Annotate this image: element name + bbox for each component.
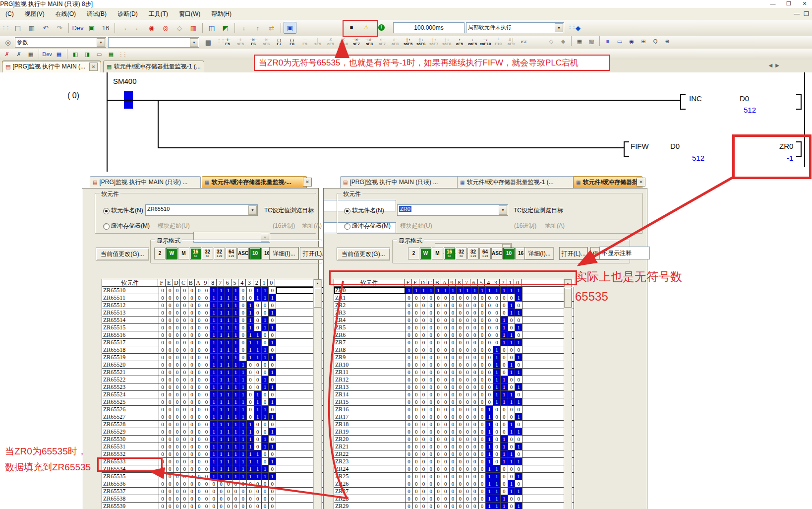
bit-cell[interactable]: 0 xyxy=(457,383,464,391)
bit-cell[interactable]: 1 xyxy=(269,309,276,317)
bit-cell[interactable]: 0 xyxy=(159,354,167,361)
bit-cell[interactable]: 1 xyxy=(493,488,501,495)
bit-cell[interactable]: 0 xyxy=(247,294,254,302)
device-cell[interactable]: ZR2 xyxy=(334,302,406,309)
bit-cell[interactable]: 0 xyxy=(479,346,486,354)
bit-cell[interactable]: 0 xyxy=(174,354,181,361)
bit-cell[interactable]: 1 xyxy=(508,309,516,317)
bit-cell[interactable]: 1 xyxy=(247,421,254,428)
paste-icon[interactable]: ▥ xyxy=(25,22,38,34)
bit-cell[interactable]: 0 xyxy=(508,443,516,450)
bit-cell[interactable]: 0 xyxy=(493,331,501,339)
format-16-bit-button[interactable]: 16bit xyxy=(190,248,201,259)
bit-cell[interactable]: 0 xyxy=(262,421,269,428)
bit-cell[interactable]: 0 xyxy=(413,317,420,324)
monitor-mode-icon[interactable]: ▣ xyxy=(284,22,296,34)
bit-cell[interactable]: 1 xyxy=(501,458,508,465)
bit-cell[interactable]: 1 xyxy=(269,369,276,376)
bit-cell[interactable]: 1 xyxy=(515,428,522,436)
bit-cell[interactable]: 0 xyxy=(501,346,508,354)
bit-cell[interactable]: 1 xyxy=(486,465,493,473)
bit-cell[interactable]: 1 xyxy=(225,465,232,473)
bit-cell[interactable]: 0 xyxy=(457,495,464,503)
bit-cell[interactable]: 1 xyxy=(210,443,218,450)
bit-cell[interactable]: 0 xyxy=(471,503,479,509)
device-cell[interactable]: ZR22 xyxy=(334,450,406,458)
bit-cell[interactable]: 1 xyxy=(486,413,493,421)
bit-cell[interactable]: 1 xyxy=(232,398,240,406)
bit-cell[interactable]: 1 xyxy=(232,354,240,361)
bit-cell[interactable]: 0 xyxy=(457,443,464,450)
bit-cell[interactable]: 1 xyxy=(239,376,247,383)
bit-cell[interactable]: 1 xyxy=(493,480,501,488)
bit-cell[interactable]: 0 xyxy=(457,302,464,309)
bit-cell[interactable]: 1 xyxy=(427,287,435,294)
format-m-button[interactable]: M xyxy=(178,248,189,259)
bit-cell[interactable]: 1 xyxy=(225,309,232,317)
bit-cell[interactable]: 0 xyxy=(420,302,428,309)
bit-cell[interactable]: 0 xyxy=(247,488,254,495)
bit-cell[interactable]: 0 xyxy=(406,488,413,495)
bit-cell[interactable]: 0 xyxy=(442,376,450,383)
bit-cell[interactable]: 1 xyxy=(515,287,522,294)
bit-cell[interactable]: 1 xyxy=(501,383,508,391)
bit-cell[interactable]: 1 xyxy=(508,302,516,309)
bit-cell[interactable]: 1 xyxy=(239,421,247,428)
bit-cell[interactable]: 0 xyxy=(262,302,269,309)
bit-cell[interactable]: 0 xyxy=(442,302,450,309)
bit-cell[interactable]: 0 xyxy=(427,369,435,376)
format-64-1.23-button[interactable]: 641.23 xyxy=(226,248,237,259)
bit-cell[interactable]: 0 xyxy=(203,309,211,317)
bit-cell[interactable]: 0 xyxy=(174,465,181,473)
bit-cell[interactable]: 0 xyxy=(167,309,174,317)
bit-cell[interactable]: 0 xyxy=(493,324,501,331)
bit-cell[interactable]: 0 xyxy=(427,480,435,488)
bit-cell[interactable]: 0 xyxy=(435,369,442,376)
device-cell[interactable]: ZR65525 xyxy=(102,398,159,406)
bit-cell[interactable]: 0 xyxy=(420,376,428,383)
bit-cell[interactable]: 0 xyxy=(442,421,450,428)
bit-cell[interactable]: 0 xyxy=(486,346,493,354)
bit-cell[interactable]: 0 xyxy=(493,309,501,317)
bit-cell[interactable]: 0 xyxy=(159,391,167,398)
device-cell[interactable]: ZR14 xyxy=(334,391,406,398)
bit-cell[interactable]: 0 xyxy=(435,465,442,473)
bit-cell[interactable]: 0 xyxy=(427,383,435,391)
watch-delete-icon[interactable]: ✗ xyxy=(1,49,12,59)
bit-cell[interactable]: 0 xyxy=(159,488,167,495)
bit-cell[interactable]: 0 xyxy=(493,443,501,450)
ladder-symbol-aF7-button[interactable]: ↑⊢aF7 xyxy=(376,36,389,48)
bit-cell[interactable]: 0 xyxy=(442,488,450,495)
bit-cell[interactable]: 0 xyxy=(406,503,413,509)
bit-cell[interactable]: 0 xyxy=(406,346,413,354)
bit-cell[interactable]: 1 xyxy=(218,450,225,458)
bit-cell[interactable]: 0 xyxy=(486,302,493,309)
bit-cell[interactable]: 0 xyxy=(471,406,479,413)
bit-cell[interactable]: 0 xyxy=(464,443,471,450)
bit-cell[interactable]: 0 xyxy=(203,361,211,369)
bit-cell[interactable]: 1 xyxy=(247,331,254,339)
bit-cell[interactable]: 0 xyxy=(435,413,442,421)
device-cell[interactable]: ZR11 xyxy=(334,369,406,376)
bit-cell[interactable]: 0 xyxy=(247,495,254,503)
bit-cell[interactable]: 1 xyxy=(269,383,276,391)
bit-cell[interactable]: 1 xyxy=(239,361,247,369)
bit-cell[interactable]: 0 xyxy=(247,369,254,376)
bit-cell[interactable]: 1 xyxy=(232,317,240,324)
chevron-down-icon[interactable]: ▼ xyxy=(248,205,257,215)
bit-cell[interactable]: 0 xyxy=(196,458,203,465)
bit-cell[interactable]: 1 xyxy=(486,495,493,503)
bit-cell[interactable]: 0 xyxy=(420,331,428,339)
bit-cell[interactable]: 0 xyxy=(442,450,450,458)
scroll-up-icon[interactable]: ▲ xyxy=(564,279,572,287)
device-register-icon[interactable]: Dev xyxy=(42,49,53,59)
bit-cell[interactable]: 0 xyxy=(435,383,442,391)
bit-cell[interactable]: 0 xyxy=(420,503,428,509)
bit-cell[interactable]: 0 xyxy=(218,495,225,503)
bit-cell[interactable]: 1 xyxy=(262,346,269,354)
bit-cell[interactable]: 0 xyxy=(413,302,420,309)
bit-cell[interactable]: 0 xyxy=(450,421,457,428)
bit-cell[interactable]: 0 xyxy=(247,480,254,488)
bit-cell[interactable]: 0 xyxy=(413,413,420,421)
bit-cell[interactable]: 1 xyxy=(225,413,232,421)
